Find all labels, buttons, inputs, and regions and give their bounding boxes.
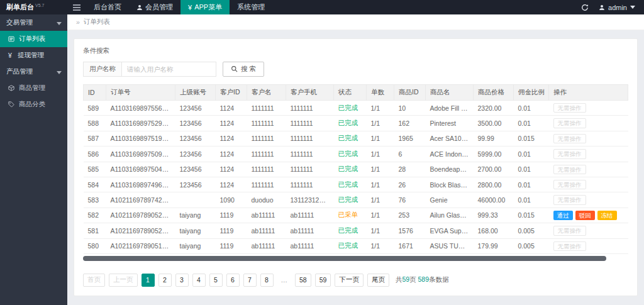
col-order_no: 订单号 — [106, 85, 175, 101]
horizontal-scrollbar[interactable] — [83, 256, 628, 261]
top-menu-label: APP菜单 — [194, 3, 222, 12]
refresh-icon[interactable] — [581, 4, 589, 11]
user-menu[interactable]: admin — [599, 4, 635, 11]
search-button-label: 搜 索 — [241, 65, 256, 74]
page-button-p59[interactable]: 59 — [315, 274, 331, 287]
page-button-p2[interactable]: 2 — [158, 274, 172, 287]
cell-phone: 1111111 — [286, 147, 334, 162]
table-row: 589A110316989755612161234561124111111111… — [84, 101, 628, 116]
action-no-action-button: 无需操作 — [553, 180, 586, 189]
sidebar-item-withdraw-management[interactable]: ¥提现管理 — [0, 47, 67, 64]
cell-product_name: ASUS TUF Ga... — [426, 238, 474, 253]
table-row: 584A110316989749698411234561124111111111… — [84, 177, 628, 192]
cell-customer_name: 1111111 — [247, 116, 286, 131]
chevron-down-icon — [57, 68, 62, 75]
cell-price: 999.33 — [474, 208, 514, 223]
breadcrumb-icon: » — [76, 18, 80, 26]
page-button-next[interactable]: 下一页 — [335, 274, 364, 287]
cell-commission: 0.005 — [514, 223, 549, 238]
page-button-last[interactable]: 尾页 — [367, 274, 389, 287]
username-input[interactable] — [122, 62, 216, 77]
summary-total-records: 589 — [418, 275, 429, 283]
cell-actions: 无需操作 — [549, 223, 628, 238]
cell-count: 1/1 — [367, 162, 394, 177]
action-reject-button[interactable]: 驳回 — [575, 211, 595, 220]
cell-status: 已完成 — [334, 192, 367, 208]
page-button-p1[interactable]: 1 — [142, 274, 155, 287]
summary-pages-suffix: 页 — [409, 275, 418, 283]
cell-actions: 无需操作 — [549, 177, 628, 192]
cell-product_name: Pinterest — [426, 116, 474, 131]
cell-commission: 0.01 — [514, 147, 549, 162]
status-badge: 已完成 — [338, 134, 358, 141]
cell-count: 1/1 — [367, 192, 394, 208]
cell-phone: ab11111 — [286, 223, 334, 238]
cell-status: 已完成 — [334, 131, 367, 146]
cell-price: 2320.00 — [474, 101, 514, 116]
top-menu-app-menu[interactable]: ¥APP菜单 — [180, 0, 230, 14]
page-button-p5[interactable]: 5 — [209, 274, 223, 287]
cell-commission: 0.005 — [514, 238, 549, 253]
table-row: 581A10211697890520343taiyang1119ab11111a… — [84, 223, 628, 238]
cell-phone: 1111111 — [286, 116, 334, 131]
cell-id: 582 — [84, 208, 106, 223]
orders-table-body: 589A110316989755612161234561124111111111… — [84, 101, 628, 254]
cell-product_id: 1965 — [394, 131, 426, 146]
action-freeze-button[interactable]: 冻结 — [597, 211, 617, 220]
action-approve-button[interactable]: 通过 — [553, 211, 573, 220]
table-row: 586A110316989750992391234561124111111111… — [84, 147, 628, 162]
caret-down-icon — [630, 6, 635, 9]
col-count: 单数 — [367, 85, 394, 101]
scrollbar-thumb[interactable] — [83, 256, 606, 261]
cell-commission: 0.01 — [514, 192, 549, 208]
page-button-ellipsis: … — [277, 274, 292, 287]
col-status: 状态 — [334, 85, 367, 101]
cell-parent: 123456 — [175, 116, 216, 131]
top-menu-label: 会员管理 — [145, 3, 173, 12]
cell-status: 已完成 — [334, 238, 367, 253]
col-id: ID — [84, 85, 106, 101]
page-button-p4[interactable]: 4 — [192, 274, 206, 287]
top-menu-home[interactable]: 后台首页 — [86, 0, 129, 14]
app-title: 刷单后台 — [6, 3, 34, 12]
status-badge: 已完成 — [338, 180, 358, 188]
search-icon — [231, 65, 238, 74]
sidebar-item-goods-management[interactable]: 商品管理 — [0, 80, 67, 96]
cell-id: 584 — [84, 177, 106, 192]
cell-price: 2700.00 — [474, 162, 514, 177]
cell-count: 1/1 — [367, 101, 394, 116]
sidebar-item-goods-category[interactable]: 商品分类 — [0, 96, 67, 113]
col-actions: 操作 — [549, 85, 628, 101]
cell-actions: 无需操作 — [549, 101, 628, 116]
page-button-p8[interactable]: 8 — [260, 274, 274, 287]
sidebar-item-product-management[interactable]: 产品管理 — [0, 64, 67, 80]
cell-customer_name: 1111111 — [247, 147, 286, 162]
cell-product_id: 1671 — [394, 238, 426, 253]
top-menu-members[interactable]: 会员管理 — [129, 0, 180, 14]
cell-actions: 通过驳回冻结 — [549, 208, 628, 223]
cell-customer_name: duoduo — [247, 192, 286, 208]
page-button-p7[interactable]: 7 — [243, 274, 257, 287]
search-button[interactable]: 搜 索 — [223, 62, 264, 77]
cell-product_id: 26 — [394, 177, 426, 192]
table-row: 580A10211697890517399taiyang1119ab11111a… — [84, 238, 628, 253]
menu-toggle-icon[interactable] — [67, 0, 86, 14]
cell-customer_id: 1124 — [216, 177, 247, 192]
page-button-p3[interactable]: 3 — [175, 274, 189, 287]
col-price: 商品价格 — [474, 85, 514, 101]
col-customer_name: 客户名 — [247, 85, 286, 101]
page-button-first: 首页 — [83, 274, 105, 287]
page-button-p6[interactable]: 6 — [226, 274, 240, 287]
cell-order_no: A10211697890524317 — [106, 208, 175, 223]
cell-status: 已完成 — [334, 162, 367, 177]
cell-product_name: Acer SA100 1... — [426, 131, 474, 146]
cell-order_no: A10211697890517399 — [106, 238, 175, 253]
cell-status: 已完成 — [334, 177, 367, 192]
table-row: 585A110316989750434961234561124111111111… — [84, 162, 628, 177]
sidebar-item-trade-management[interactable]: 交易管理 — [0, 14, 67, 31]
page-button-p58[interactable]: 58 — [295, 274, 311, 287]
sidebar-item-order-list[interactable]: 订单列表 — [0, 31, 67, 47]
col-product_name: 商品名 — [426, 85, 474, 101]
col-commission: 佣金比例 — [514, 85, 549, 101]
top-menu-system[interactable]: 系统管理 — [230, 0, 272, 14]
